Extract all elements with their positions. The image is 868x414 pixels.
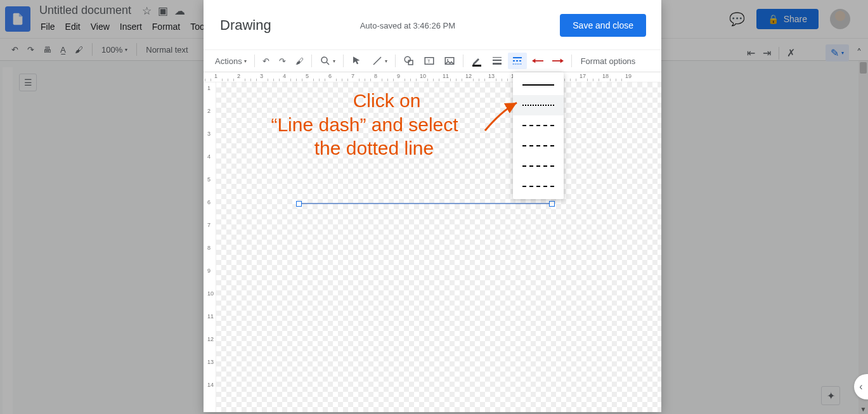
save-and-close-button[interactable]: Save and close [560,14,646,37]
svg-rect-9 [472,65,481,67]
line-color-button[interactable] [467,53,486,69]
line-weight-icon [491,55,503,67]
ruler-tick: 2 [237,73,240,79]
ruler-tick: 14 [207,382,214,388]
svg-rect-12 [493,63,502,65]
ruler-tick: 13 [207,359,214,365]
line-color-icon [471,55,483,67]
ruler-tick: 5 [207,176,211,183]
svg-rect-10 [493,57,502,58]
svg-point-0 [321,57,327,63]
textbox-tool[interactable]: T [420,53,439,69]
line-dash-button[interactable] [508,53,527,69]
ruler-tick: 11 [443,73,449,79]
undo-icon[interactable]: ↶ [259,53,274,69]
actions-menu[interactable]: Actions [211,53,250,69]
ruler-tick: 8 [374,73,377,79]
zoom-tool[interactable] [316,53,339,69]
ruler-tick: 12 [207,336,214,342]
svg-line-1 [327,62,329,65]
format-options-button[interactable]: Format options [576,53,641,69]
dash-option-dash-dot[interactable] [513,136,564,156]
drawing-title: Drawing [220,17,271,34]
svg-rect-4 [408,60,413,65]
svg-point-8 [447,59,448,60]
drawing-dialog: Drawing Auto-saved at 3:46:26 PM Save an… [204,0,661,412]
select-tool[interactable] [347,53,366,69]
dash-option-long-dash-dot[interactable] [513,176,564,197]
textbox-icon: T [424,55,435,67]
autosave-status: Auto-saved at 3:46:26 PM [360,21,455,30]
ruler-tick: 7 [351,73,354,79]
ruler-tick: 6 [207,199,211,205]
line-end-icon [552,55,564,67]
ruler-tick: 5 [306,73,309,79]
ruler-tick: 9 [207,268,211,274]
ruler-tick: 2 [207,108,211,114]
dash-option-solid[interactable] [513,75,564,95]
drawing-vertical-ruler: 1234567891011121314 [204,82,216,412]
selected-line-shape[interactable] [299,203,552,204]
dash-option-dashed[interactable] [513,115,564,136]
ruler-tick: 4 [207,153,211,160]
ruler-tick: 19 [625,73,632,79]
image-icon [444,55,455,67]
svg-line-2 [373,57,381,65]
ruler-tick: 11 [207,313,214,320]
svg-point-3 [405,56,410,62]
drawing-canvas[interactable] [216,82,661,412]
ruler-tick: 13 [488,73,495,79]
ruler-tick: 7 [207,222,211,228]
ruler-tick: 12 [465,73,472,79]
svg-marker-17 [532,58,535,63]
ruler-tick: 4 [283,73,286,79]
shape-tool[interactable] [399,53,418,69]
paint-format-icon[interactable]: 🖌 [292,53,308,69]
line-dash-menu [513,72,564,199]
line-dash-icon [512,55,523,67]
actions-label: Actions [215,56,242,66]
ruler-tick: 8 [207,245,211,251]
dash-option-dotted[interactable] [513,95,564,115]
ruler-tick: 18 [602,73,609,79]
image-tool[interactable] [440,53,459,69]
line-tool[interactable] [368,53,391,69]
redo-icon[interactable]: ↷ [275,53,290,69]
svg-marker-19 [560,58,563,63]
drawing-horizontal-ruler: 12345678910111213141516171819 [204,72,661,82]
ruler-tick: 3 [207,131,211,137]
ruler-tick: 6 [328,73,332,79]
drawing-canvas-wrap: 1234567891011121314 [204,82,661,412]
drawing-toolbar: Actions ↶ ↷ 🖌 T Format options [204,50,661,72]
ruler-tick: 10 [207,290,214,297]
ruler-tick: 1 [214,73,217,79]
ruler-tick: 1 [207,85,211,91]
cursor-icon [351,55,363,67]
magnifier-icon [320,55,331,67]
line-weight-button[interactable] [488,53,507,69]
line-start-icon [532,55,543,67]
ruler-tick: 3 [260,73,263,79]
line-icon [372,55,383,67]
ruler-tick: 10 [420,73,426,79]
shape-icon [403,55,415,67]
svg-rect-11 [493,60,502,61]
line-start-button[interactable] [528,53,547,69]
drawing-dialog-header: Drawing Auto-saved at 3:46:26 PM Save an… [204,0,661,50]
dash-option-long-dash[interactable] [513,156,564,176]
line-end-button[interactable] [548,53,567,69]
ruler-tick: 9 [397,73,400,79]
ruler-tick: 17 [580,73,586,79]
svg-text:T: T [427,58,431,64]
